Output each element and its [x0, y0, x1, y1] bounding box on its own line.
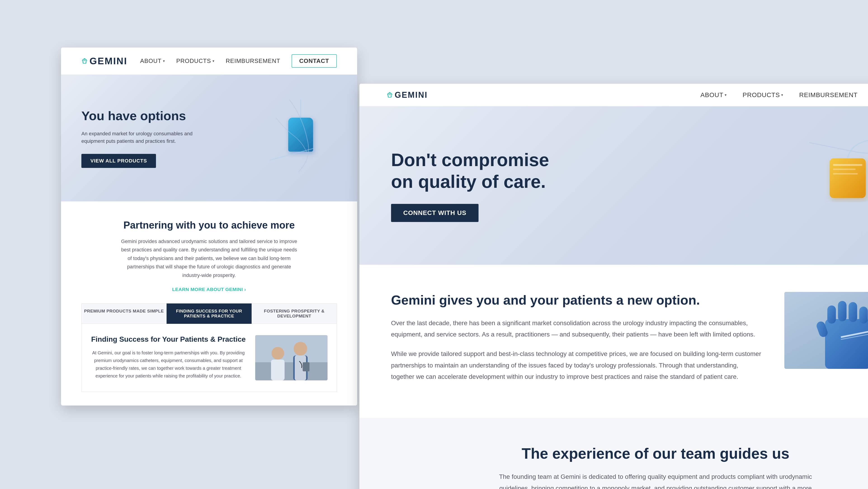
svg-rect-25 [838, 301, 846, 321]
right-nav-about[interactable]: ABOUT [701, 91, 727, 99]
left-partner-section: Partnering with you to achieve more Gemi… [61, 201, 357, 405]
svg-point-6 [272, 347, 284, 359]
right-glove-image [784, 292, 868, 369]
new-option-title: Gemini gives you and your patients a new… [391, 292, 762, 309]
right-logo: GEMINI [386, 90, 428, 100]
svg-rect-26 [848, 302, 857, 322]
experience-title: The experience of our team guides us [391, 445, 868, 462]
right-new-option-section: Gemini gives you and your patients a new… [360, 265, 868, 418]
new-option-para2: While we provide tailored support and be… [391, 348, 762, 382]
right-nav-links: ABOUT PRODUCTS REIMBURSEMENT CONTACT [701, 88, 868, 102]
right-hero-svg [798, 129, 868, 242]
left-hero-content: You have options An expanded market for … [81, 108, 199, 168]
left-tabs-container: PREMIUM PRODUCTS MADE SIMPLE FINDING SUC… [81, 304, 337, 392]
tab-content-text: At Gemini, our goal is to foster long-te… [91, 349, 246, 380]
doctor-illustration [255, 335, 328, 380]
new-option-para1: Over the last decade, there has been a s… [391, 317, 762, 340]
gemini-gem-icon [81, 58, 88, 64]
right-new-option-text: Gemini gives you and your patients a new… [391, 292, 762, 391]
svg-marker-12 [388, 92, 392, 97]
right-hero-title: Don't compromise on quality of care. [391, 149, 549, 193]
partner-text: Gemini provides advanced urodynamic solu… [119, 237, 300, 280]
right-nav-products[interactable]: PRODUCTS [743, 91, 783, 99]
left-nav-about[interactable]: ABOUT [140, 57, 165, 64]
doctor-svg [255, 335, 328, 380]
glove-illustration [784, 292, 868, 369]
experience-text: The founding team at Gemini is dedicated… [497, 471, 814, 489]
left-hero-cta-button[interactable]: VIEW ALL PRODUCTS [81, 154, 156, 168]
partner-title: Partnering with you to achieve more [81, 220, 337, 231]
tab-content-heading: Finding Success for Your Patients & Prac… [91, 335, 246, 344]
right-gemini-gem-icon [386, 92, 393, 98]
tab-premium-products[interactable]: PREMIUM PRODUCTS MADE SIMPLE [81, 304, 166, 324]
right-nav: GEMINI ABOUT PRODUCTS REIMBURSEMENT CONT… [360, 84, 868, 106]
svg-rect-11 [303, 362, 309, 371]
left-nav-links: ABOUT PRODUCTS REIMBURSEMENT CONTACT [140, 54, 337, 68]
right-hero-cta-button[interactable]: CONNECT WITH US [391, 204, 478, 222]
svg-rect-19 [833, 169, 856, 170]
right-hero-device-image [798, 129, 868, 242]
svg-marker-0 [82, 58, 87, 63]
right-hero-content: Don't compromise on quality of care. CON… [391, 149, 549, 222]
left-tab-content: Finding Success for Your Patients & Prac… [81, 324, 337, 392]
left-hero-device-image [262, 99, 339, 176]
left-hero-subtitle: An expanded market for urology consumabl… [81, 130, 199, 145]
learn-more-link[interactable]: LEARN MORE ABOUT GEMINI [172, 287, 246, 292]
left-browser-window: GEMINI ABOUT PRODUCTS REIMBURSEMENT CONT… [61, 48, 357, 405]
tab-doctor-image [255, 335, 328, 380]
tab-text: Finding Success for Your Patients & Prac… [91, 335, 246, 380]
svg-rect-24 [827, 306, 836, 324]
right-browser-window: GEMINI ABOUT PRODUCTS REIMBURSEMENT CONT… [360, 84, 868, 489]
svg-rect-27 [859, 307, 868, 324]
left-logo: GEMINI [81, 56, 127, 66]
left-tabs-bar: PREMIUM PRODUCTS MADE SIMPLE FINDING SUC… [81, 304, 337, 324]
left-nav-products[interactable]: PRODUCTS [176, 57, 215, 64]
right-nav-reimbursement[interactable]: REIMBURSEMENT [799, 91, 858, 99]
left-nav-contact-button[interactable]: CONTACT [291, 54, 337, 68]
svg-rect-23 [825, 319, 868, 369]
svg-rect-20 [833, 173, 858, 174]
device-tubes-svg [262, 95, 344, 185]
left-hero-section: You have options An expanded market for … [61, 75, 357, 201]
left-nav: GEMINI ABOUT PRODUCTS REIMBURSEMENT CONT… [61, 48, 357, 75]
yellow-device-illustration [798, 129, 868, 242]
tab-fostering-prosperity[interactable]: FOSTERING PROSPERITY & DEVELOPMENT [252, 304, 337, 324]
right-hero-section: Don't compromise on quality of care. CON… [360, 106, 868, 265]
right-experience-section: The experience of our team guides us The… [360, 418, 868, 489]
svg-point-8 [293, 342, 307, 355]
left-nav-reimbursement[interactable]: REIMBURSEMENT [226, 57, 280, 64]
left-hero-title: You have options [81, 108, 199, 123]
tab-finding-success[interactable]: FINDING SUCCESS FOR YOUR PATIENTS & PRAC… [166, 304, 252, 324]
svg-rect-7 [271, 359, 285, 380]
glove-svg [784, 292, 868, 369]
svg-rect-5 [255, 362, 328, 380]
blue-device-illustration [276, 99, 326, 176]
svg-rect-18 [833, 164, 862, 166]
